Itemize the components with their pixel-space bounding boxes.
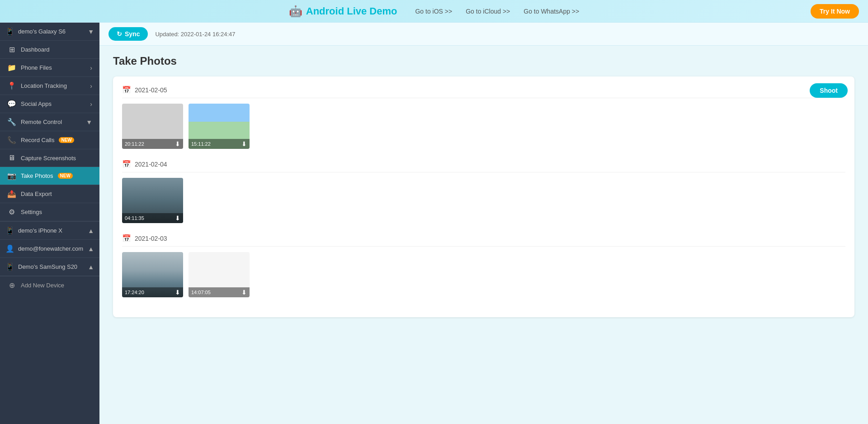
calendar-icon-3: 📅: [122, 234, 131, 243]
main-layout: 📱 demo's Galaxy S6 ▼ ⊞ Dashboard 📁 Phone…: [0, 23, 868, 424]
download-icon-5[interactable]: ⬇: [241, 289, 247, 296]
nav-link-whatsapp[interactable]: Go to WhatsApp >>: [524, 8, 579, 15]
chevron-up-icon-3: ▲: [88, 263, 94, 271]
capture-screenshots-label: Capture Screenshots: [21, 155, 76, 162]
top-bar: 🤖 Android Live Demo Go to iOS >> Go to i…: [0, 0, 868, 23]
sidebar-item-location-tracking[interactable]: 📍 Location Tracking ›: [0, 77, 99, 95]
sidebar-item-record-calls[interactable]: 📞 Record Calls NEW: [0, 131, 99, 149]
samsung-s20-label: Demo's SamSung S20: [18, 263, 77, 270]
calendar-icon-2: 📅: [122, 160, 131, 168]
updated-text: Updated: 2022-01-24 16:24:47: [155, 31, 235, 38]
date-label-2: 2021-02-04: [135, 161, 167, 168]
photo-thumb-1[interactable]: 20:11:22 ⬇: [122, 104, 183, 149]
photo-grid-1: 20:11:22 ⬇ 15:11:22 ⬇: [122, 104, 845, 149]
add-icon: ⊕: [7, 281, 16, 290]
date-header-3: 📅 2021-02-03: [122, 234, 845, 247]
sidebar-item-phone-files[interactable]: 📁 Phone Files ›: [0, 59, 99, 77]
social-icon: 💬: [7, 100, 16, 108]
page-content: Take Photos Shoot 📅 2021-02-05 20:11:22 …: [99, 46, 868, 424]
page-title: Take Photos: [113, 55, 854, 67]
sidebar-item-data-export[interactable]: 📤 Data Export: [0, 185, 99, 203]
settings-icon: ⚙: [7, 208, 16, 216]
sidebar-item-dashboard[interactable]: ⊞ Dashboard: [0, 41, 99, 59]
photo-time-2: 15:11:22: [191, 141, 211, 147]
record-calls-label: Record Calls: [21, 137, 54, 143]
iphone-x-label: demo's iPhone X: [18, 227, 62, 234]
sidebar-item-capture-screenshots[interactable]: 🖥 Capture Screenshots: [0, 149, 99, 167]
download-icon-2[interactable]: ⬇: [241, 140, 247, 148]
record-calls-icon: 📞: [7, 136, 16, 144]
date-section-2: 📅 2021-02-04 04:11:35 ⬇: [122, 160, 845, 223]
photo-thumb-2[interactable]: 15:11:22 ⬇: [189, 104, 250, 149]
download-icon-3[interactable]: ⬇: [175, 214, 180, 222]
try-it-now-button[interactable]: Try It Now: [811, 4, 859, 19]
date-section-1: 📅 2021-02-05 20:11:22 ⬇: [122, 86, 845, 149]
photos-container: Shoot 📅 2021-02-05 20:11:22 ⬇: [113, 76, 854, 317]
brand-title: Android Live Demo: [306, 5, 397, 17]
device-galaxy-s6[interactable]: 📱 demo's Galaxy S6 ▼: [0, 23, 99, 41]
download-icon-1[interactable]: ⬇: [175, 140, 180, 148]
photo-time-1: 20:11:22: [125, 141, 144, 147]
sidebar-item-remote-control[interactable]: 🔧 Remote Control ▼: [0, 113, 99, 131]
email-label: demo@fonewatcher.com: [18, 245, 83, 252]
photo-time-5: 14:07:05: [191, 290, 211, 295]
chevron-right-icon: ›: [90, 64, 92, 71]
sidebar: 📱 demo's Galaxy S6 ▼ ⊞ Dashboard 📁 Phone…: [0, 23, 99, 424]
samsung-icon: 📱: [5, 262, 14, 271]
photo-overlay-3: 04:11:35 ⬇: [122, 213, 183, 223]
photo-grid-3: 17:24:20 ⬇ 14:07:05 ⬇: [122, 252, 845, 297]
photo-overlay-4: 17:24:20 ⬇: [122, 287, 183, 297]
data-export-icon: 📤: [7, 190, 16, 198]
sidebar-item-social-apps[interactable]: 💬 Social Apps ›: [0, 95, 99, 113]
chevron-right-icon-3: ›: [90, 100, 92, 108]
shoot-button[interactable]: Shoot: [810, 83, 848, 98]
date-header-2: 📅 2021-02-04: [122, 160, 845, 172]
brand-logo: 🤖 Android Live Demo: [289, 5, 397, 18]
photo-time-3: 04:11:35: [125, 215, 144, 221]
device-phone-icon: 📱: [5, 27, 14, 36]
photo-thumb-3[interactable]: 04:11:35 ⬇: [122, 178, 183, 223]
location-tracking-label: Location Tracking: [21, 82, 67, 89]
sync-button[interactable]: ↻ Sync: [108, 27, 148, 41]
photo-overlay-5: 14:07:05 ⬇: [189, 287, 250, 297]
device-iphone-x[interactable]: 📱 demo's iPhone X ▲: [0, 222, 99, 240]
iphone-icon: 📱: [5, 226, 14, 235]
photo-thumb-4[interactable]: 17:24:20 ⬇: [122, 252, 183, 297]
social-apps-label: Social Apps: [21, 100, 52, 107]
screenshots-icon: 🖥: [7, 154, 16, 162]
settings-label: Settings: [21, 209, 42, 215]
photo-time-4: 17:24:20: [125, 290, 144, 295]
download-icon-4[interactable]: ⬇: [175, 289, 180, 296]
chevron-up-icon: ▲: [88, 227, 94, 234]
device-samsung-s20[interactable]: 📱 Demo's SamSung S20 ▲: [0, 258, 99, 276]
phone-files-icon: 📁: [7, 63, 16, 72]
chevron-right-icon-2: ›: [90, 82, 92, 90]
date-section-3: 📅 2021-02-03 17:24:20 ⬇: [122, 234, 845, 297]
add-device-label: Add New Device: [21, 282, 64, 289]
sidebar-item-take-photos[interactable]: 📷 Take Photos NEW: [0, 167, 99, 185]
add-new-device-button[interactable]: ⊕ Add New Device: [0, 276, 99, 294]
chevron-up-icon-2: ▲: [88, 245, 94, 252]
device-galaxy-s6-label: demo's Galaxy S6: [18, 28, 66, 35]
sidebar-item-settings[interactable]: ⚙ Settings: [0, 203, 99, 221]
location-icon: 📍: [7, 81, 16, 90]
phone-files-label: Phone Files: [21, 64, 52, 71]
nav-link-icloud[interactable]: Go to iCloud >>: [466, 8, 510, 15]
top-nav: Go to iOS >> Go to iCloud >> Go to Whats…: [415, 8, 579, 15]
date-label-1: 2021-02-05: [135, 86, 167, 94]
dashboard-label: Dashboard: [21, 46, 50, 53]
date-header-1: 📅 2021-02-05: [122, 86, 845, 98]
chevron-down-icon-2: ▼: [86, 119, 92, 126]
take-photos-label: Take Photos: [21, 172, 53, 179]
take-photos-badge: NEW: [58, 173, 73, 179]
user-icon: 👤: [5, 244, 14, 253]
record-calls-badge: NEW: [59, 137, 74, 143]
chevron-down-icon: ▼: [88, 28, 94, 35]
dashboard-icon: ⊞: [7, 45, 16, 54]
nav-link-ios[interactable]: Go to iOS >>: [415, 8, 452, 15]
device-email[interactable]: 👤 demo@fonewatcher.com ▲: [0, 240, 99, 258]
sync-icon: ↻: [117, 30, 122, 38]
photo-grid-2: 04:11:35 ⬇: [122, 178, 845, 223]
photo-thumb-5[interactable]: 14:07:05 ⬇: [189, 252, 250, 297]
date-label-3: 2021-02-03: [135, 235, 167, 242]
